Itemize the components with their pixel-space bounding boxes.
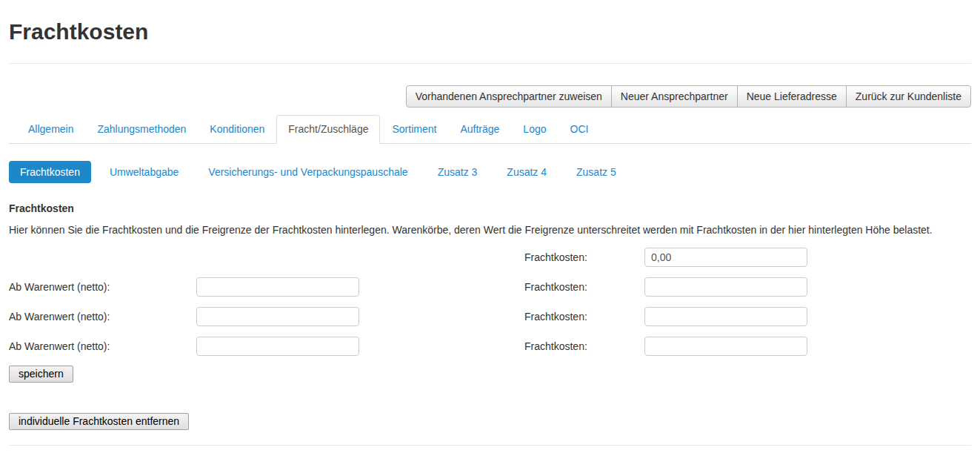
- page-title: Frachtkosten: [9, 19, 971, 44]
- tab-logo[interactable]: Logo: [511, 115, 558, 144]
- subtab-zusatz-3[interactable]: Zusatz 3: [427, 161, 489, 183]
- subtab-zusatz-4[interactable]: Zusatz 4: [496, 161, 558, 183]
- freight-input-2[interactable]: [644, 307, 807, 326]
- threshold-input-3[interactable]: [196, 337, 359, 356]
- base-freight-label: Frachtkosten:: [524, 251, 644, 263]
- freight-input-1[interactable]: [644, 277, 807, 297]
- remove-individual-freight-button[interactable]: individuelle Frachtkosten entfernen: [9, 413, 189, 430]
- threshold-label-3: Ab Warenwert (netto):: [9, 340, 196, 352]
- bottom-divider: [9, 445, 971, 446]
- remove-button-row: individuelle Frachtkosten entfernen: [9, 383, 971, 430]
- tab-fracht-zuschlaege[interactable]: Fracht/Zuschläge: [276, 115, 380, 144]
- freight-label-3: Frachtkosten:: [524, 340, 644, 352]
- freight-label-2: Frachtkosten:: [524, 311, 644, 323]
- assign-existing-contact-button[interactable]: Vorhandenen Ansprechpartner zuweisen: [406, 85, 612, 108]
- freight-form: Frachtkosten: Ab Warenwert (netto): Frac…: [9, 242, 971, 430]
- tab-konditionen[interactable]: Konditionen: [198, 115, 276, 144]
- section-heading: Frachtkosten: [9, 202, 971, 214]
- threshold-label-1: Ab Warenwert (netto):: [9, 281, 196, 293]
- tab-allgemein[interactable]: Allgemein: [16, 115, 85, 144]
- tier-row: Ab Warenwert (netto): Frachtkosten:: [9, 331, 971, 361]
- title-divider: [9, 63, 971, 64]
- subtab-umweltabgabe[interactable]: Umweltabgabe: [99, 161, 190, 183]
- subtab-frachtkosten[interactable]: Frachtkosten: [9, 161, 91, 183]
- threshold-label-2: Ab Warenwert (netto):: [9, 311, 196, 323]
- new-contact-button[interactable]: Neuer Ansprechpartner: [611, 85, 738, 108]
- base-freight-input[interactable]: [644, 248, 807, 267]
- threshold-input-2[interactable]: [196, 307, 359, 326]
- freight-label-1: Frachtkosten:: [524, 281, 644, 293]
- base-freight-row: Frachtkosten:: [9, 242, 971, 272]
- sub-tab-bar: Frachtkosten Umweltabgabe Versicherungs-…: [9, 161, 971, 183]
- freight-input-3[interactable]: [644, 337, 807, 356]
- new-delivery-address-button[interactable]: Neue Lieferadresse: [737, 85, 847, 108]
- threshold-input-1[interactable]: [196, 277, 359, 297]
- subtab-zusatz-5[interactable]: Zusatz 5: [565, 161, 627, 183]
- tab-zahlungsmethoden[interactable]: Zahlungsmethoden: [85, 115, 198, 144]
- back-to-customer-list-button[interactable]: Zurück zur Kundenliste: [846, 85, 971, 108]
- section-description: Hier können Sie die Frachtkosten und die…: [9, 224, 971, 236]
- tier-row: Ab Warenwert (netto): Frachtkosten:: [9, 272, 971, 302]
- subtab-versicherungs-verpackungspauschale[interactable]: Versicherungs- und Verpackungspauschale: [197, 161, 419, 183]
- tab-auftraege[interactable]: Aufträge: [448, 115, 511, 144]
- page-container: Frachtkosten Vorhandenen Ansprechpartner…: [0, 19, 980, 446]
- tier-row: Ab Warenwert (netto): Frachtkosten:: [9, 302, 971, 331]
- main-tab-bar: Allgemein Zahlungsmethoden Konditionen F…: [9, 115, 971, 144]
- save-button[interactable]: speichern: [9, 366, 73, 383]
- tab-oci[interactable]: OCI: [559, 115, 601, 144]
- header-action-buttons: Vorhandenen Ansprechpartner zuweisen Neu…: [9, 85, 971, 108]
- tab-sortiment[interactable]: Sortiment: [380, 115, 448, 144]
- save-button-row: speichern: [9, 361, 971, 383]
